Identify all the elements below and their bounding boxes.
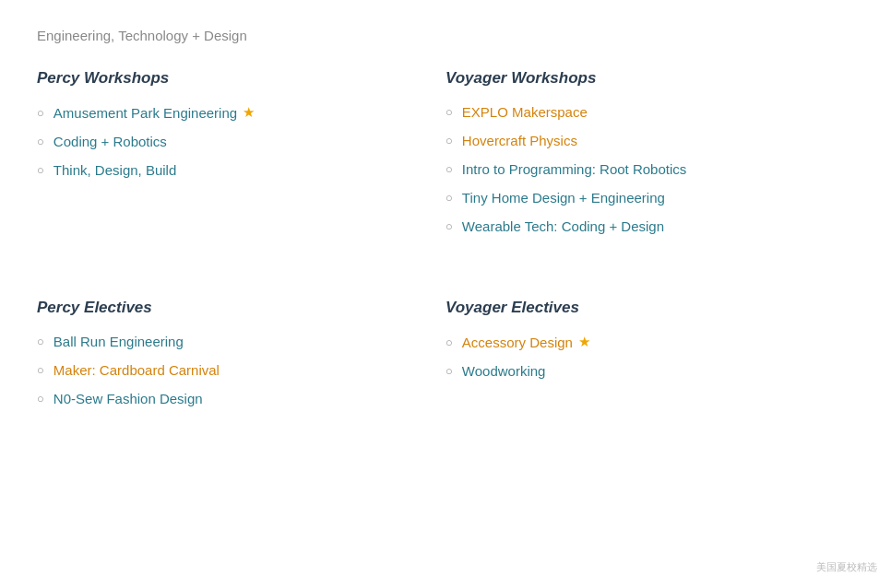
column-voyager-electives: Voyager Electives○Accessory Design★○Wood… <box>446 299 854 443</box>
list-item: ○Think, Design, Build <box>37 162 427 178</box>
bullet-icon: ○ <box>446 191 453 205</box>
bullet-icon: ○ <box>37 363 44 377</box>
list-item: ○Woodworking <box>446 363 836 379</box>
course-link[interactable]: Wearable Tech: Coding + Design <box>462 218 664 234</box>
page-title: Engineering, Technology + Design <box>37 28 854 43</box>
list-item: ○Intro to Programming: Root Robotics <box>446 161 836 177</box>
list-item: ○Amusement Park Engineering★ <box>37 104 427 121</box>
heading-voyager-electives: Voyager Electives <box>446 299 836 317</box>
heading-percy-electives: Percy Electives <box>37 299 427 317</box>
bullet-icon: ○ <box>446 364 453 378</box>
course-link[interactable]: Coding + Robotics <box>53 134 167 149</box>
heading-percy-workshops: Percy Workshops <box>37 69 427 88</box>
list-item: ○N0-Sew Fashion Design <box>37 391 427 406</box>
course-link[interactable]: Maker: Cardboard Carnival <box>53 362 220 378</box>
list-item: ○Ball Run Engineering <box>37 334 427 349</box>
list-voyager-workshops: ○EXPLO Makerspace○Hovercraft Physics○Int… <box>446 104 836 234</box>
bullet-icon: ○ <box>37 163 44 177</box>
course-link[interactable]: Accessory Design <box>462 335 573 350</box>
list-item: ○Tiny Home Design + Engineering <box>446 190 836 206</box>
bullet-icon: ○ <box>446 105 453 119</box>
list-item: ○Coding + Robotics <box>37 134 427 149</box>
column-percy-workshops: Percy Workshops○Amusement Park Engineeri… <box>37 69 446 271</box>
list-item: ○Accessory Design★ <box>446 334 836 350</box>
watermark: 美国夏校精选 <box>816 560 877 574</box>
bullet-icon: ○ <box>37 392 44 406</box>
bullet-icon: ○ <box>446 162 453 176</box>
star-icon: ★ <box>578 334 590 350</box>
list-item: ○Hovercraft Physics <box>446 133 836 148</box>
list-item: ○Wearable Tech: Coding + Design <box>446 218 836 234</box>
column-voyager-workshops: Voyager Workshops○EXPLO Makerspace○Hover… <box>446 69 854 271</box>
heading-voyager-workshops: Voyager Workshops <box>446 69 836 88</box>
watermark-text: 美国夏校精选 <box>816 561 877 572</box>
section-divider <box>37 271 854 299</box>
course-link[interactable]: Woodworking <box>462 363 546 379</box>
list-percy-workshops: ○Amusement Park Engineering★○Coding + Ro… <box>37 104 427 178</box>
star-icon: ★ <box>243 104 255 121</box>
course-link[interactable]: Hovercraft Physics <box>462 133 577 148</box>
section-workshops: Percy Workshops○Amusement Park Engineeri… <box>37 69 854 271</box>
course-link[interactable]: EXPLO Makerspace <box>462 104 588 120</box>
list-percy-electives: ○Ball Run Engineering○Maker: Cardboard C… <box>37 334 427 406</box>
list-item: ○EXPLO Makerspace <box>446 104 836 120</box>
bullet-icon: ○ <box>37 335 44 348</box>
bullet-icon: ○ <box>37 106 44 120</box>
course-link[interactable]: Amusement Park Engineering <box>53 105 237 121</box>
bullet-icon: ○ <box>37 135 44 148</box>
column-percy-electives: Percy Electives○Ball Run Engineering○Mak… <box>37 299 446 443</box>
course-link[interactable]: N0-Sew Fashion Design <box>53 391 203 406</box>
section-electives: Percy Electives○Ball Run Engineering○Mak… <box>37 299 854 443</box>
course-link[interactable]: Ball Run Engineering <box>53 334 184 349</box>
list-voyager-electives: ○Accessory Design★○Woodworking <box>446 334 836 379</box>
bullet-icon: ○ <box>446 134 453 147</box>
list-item: ○Maker: Cardboard Carnival <box>37 362 427 378</box>
course-link[interactable]: Think, Design, Build <box>53 162 176 178</box>
bullet-icon: ○ <box>446 335 453 349</box>
bullet-icon: ○ <box>446 219 453 233</box>
course-link[interactable]: Intro to Programming: Root Robotics <box>462 161 686 177</box>
page-container: Engineering, Technology + Design Percy W… <box>37 28 854 443</box>
course-link[interactable]: Tiny Home Design + Engineering <box>462 190 665 206</box>
